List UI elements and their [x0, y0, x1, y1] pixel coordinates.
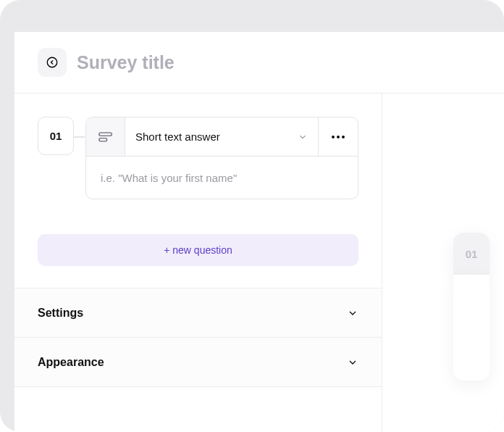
connector-line: [73, 136, 85, 138]
back-button[interactable]: [38, 48, 67, 77]
preview-column: 01: [382, 94, 504, 432]
preview-thumbnail[interactable]: 01: [453, 233, 490, 275]
svg-rect-1: [98, 133, 112, 136]
app-frame: 01: [0, 0, 504, 432]
section-appearance-title: Appearance: [38, 356, 104, 369]
question-number-badge: 01: [38, 117, 74, 155]
section-appearance[interactable]: Appearance: [14, 338, 382, 387]
preview-thumbnail-number: 01: [466, 248, 478, 260]
question-number: 01: [50, 130, 62, 142]
main-panel: 01: [14, 32, 504, 432]
question-type-label: Short text answer: [135, 130, 220, 143]
question-text-row: [86, 156, 358, 199]
new-question-button[interactable]: + new question: [38, 234, 358, 266]
question-type-select[interactable]: Short text answer: [125, 117, 319, 156]
question-area: 01: [14, 94, 382, 217]
chevron-down-icon: [347, 307, 358, 319]
main-area: 01: [14, 94, 504, 432]
chevron-down-icon: [347, 357, 358, 368]
preview-thumbnail-body: [453, 275, 490, 381]
section-settings[interactable]: Settings: [14, 288, 382, 338]
preview-stack: 01: [453, 233, 490, 381]
more-horizontal-icon: [332, 136, 345, 138]
question-card-header: Short text answer: [86, 117, 358, 156]
question-card: Short text answer: [85, 117, 358, 199]
question-text-input[interactable]: [101, 172, 343, 184]
question-row: 01: [38, 117, 358, 199]
header: [14, 32, 504, 94]
new-question-label: + new question: [164, 244, 232, 256]
editor-column: 01: [14, 94, 382, 432]
svg-point-0: [47, 57, 57, 67]
short-text-icon: [98, 131, 113, 143]
survey-title-input[interactable]: [77, 52, 280, 73]
section-settings-title: Settings: [38, 307, 83, 320]
svg-rect-2: [98, 138, 106, 141]
question-more-button[interactable]: [319, 117, 358, 156]
chevron-down-icon: [298, 132, 308, 142]
arrow-left-circle-icon: [46, 56, 59, 69]
question-type-icon-box: [86, 117, 125, 156]
sections: Settings Appearance: [14, 288, 382, 387]
